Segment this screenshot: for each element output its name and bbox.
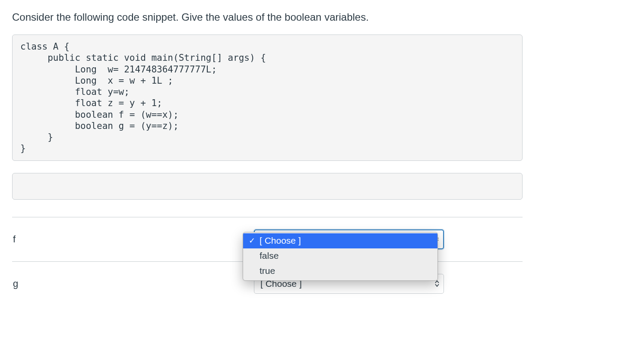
dropdown-f: ✓ [ Choose ] ✓ false ✓ true: [243, 232, 438, 281]
code-snippet: class A { public static void main(String…: [12, 35, 523, 161]
dropdown-f-option-false[interactable]: ✓ false: [243, 248, 437, 264]
dropdown-f-option-2-label: true: [260, 266, 275, 276]
answer-label-g: g: [12, 278, 254, 289]
empty-block: [12, 173, 523, 200]
answer-label-f: f: [12, 234, 254, 245]
dropdown-f-option-0-label: [ Choose ]: [260, 235, 301, 246]
dropdown-f-option-true[interactable]: ✓ true: [243, 264, 437, 279]
stepper-icon: [435, 280, 439, 287]
question-prompt: Consider the following code snippet. Giv…: [12, 11, 609, 23]
answers-section: f [ Choose ] ✓ [ Choose ] ✓: [12, 217, 523, 306]
answer-row-f: f [ Choose ] ✓ [ Choose ] ✓: [12, 217, 523, 261]
dropdown-f-option-1-label: false: [260, 251, 279, 261]
dropdown-f-option-choose[interactable]: ✓ [ Choose ]: [243, 233, 437, 248]
select-wrap-f: [ Choose ] ✓ [ Choose ] ✓ false: [254, 229, 523, 249]
check-icon: ✓: [247, 236, 256, 245]
